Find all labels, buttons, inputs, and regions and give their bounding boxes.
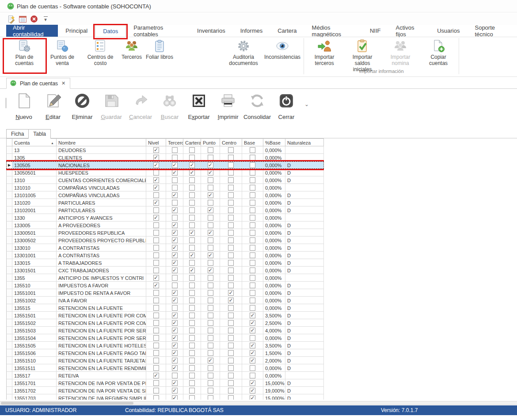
checkbox-unchecked-icon[interactable] bbox=[228, 215, 234, 221]
checkbox-checked-icon[interactable]: ✓ bbox=[208, 192, 213, 198]
ribbon-tab-usuarios[interactable]: Usuarios bbox=[430, 25, 467, 37]
qat-overflow-icon[interactable]: ▾ bbox=[41, 14, 50, 24]
checkbox-checked-icon[interactable]: ✓ bbox=[208, 252, 213, 258]
checkbox-unchecked-icon[interactable] bbox=[172, 305, 178, 311]
editar-button[interactable]: Editar bbox=[38, 92, 68, 120]
checkbox-unchecked-icon[interactable] bbox=[250, 192, 255, 198]
checkbox-unchecked-icon[interactable] bbox=[250, 260, 255, 266]
checkbox-unchecked-icon[interactable] bbox=[153, 320, 159, 326]
ribbon-tab-abrir-contabilidad[interactable]: Abrir contabilidad bbox=[6, 25, 58, 37]
checkbox-checked-icon[interactable]: ✓ bbox=[153, 275, 159, 281]
checkbox-unchecked-icon[interactable] bbox=[228, 155, 234, 160]
checkbox-unchecked-icon[interactable] bbox=[153, 328, 159, 333]
view-tab-ficha[interactable]: Ficha bbox=[6, 129, 29, 138]
checkbox-unchecked-icon[interactable] bbox=[228, 170, 234, 176]
table-row[interactable]: 13300501PROVEEDORES REPUBLICA✓✓✓0,000%D bbox=[6, 229, 324, 237]
checkbox-unchecked-icon[interactable] bbox=[228, 275, 234, 281]
checkbox-unchecked-icon[interactable] bbox=[228, 343, 234, 348]
table-row[interactable]: 13551511RETENCION EN LA FUENTE RENDIMIEN… bbox=[6, 364, 324, 372]
table-row[interactable]: 13551002IVA A FAVOR✓✓0,000%D bbox=[6, 297, 324, 304]
checkbox-unchecked-icon[interactable] bbox=[228, 237, 234, 243]
checkbox-unchecked-icon[interactable] bbox=[153, 335, 159, 341]
checkbox-unchecked-icon[interactable] bbox=[228, 320, 234, 326]
checkbox-unchecked-icon[interactable] bbox=[208, 373, 213, 378]
ribbon-button-importar-terceros[interactable]: Importar terceros bbox=[305, 38, 343, 66]
checkbox-checked-icon[interactable]: ✓ bbox=[250, 388, 255, 393]
checkbox-unchecked-icon[interactable] bbox=[189, 343, 195, 348]
checkbox-checked-icon[interactable]: ✓ bbox=[172, 343, 178, 348]
checkbox-unchecked-icon[interactable] bbox=[189, 275, 195, 281]
checkbox-checked-icon[interactable]: ✓ bbox=[250, 350, 255, 356]
checkbox-unchecked-icon[interactable] bbox=[153, 290, 159, 296]
ribbon-tab-activos-fijos[interactable]: Activos fijos bbox=[388, 25, 430, 37]
ribbon-button-centros-de-costo[interactable]: Centros de costo bbox=[81, 38, 119, 66]
calendar-icon[interactable] bbox=[18, 14, 27, 24]
checkbox-unchecked-icon[interactable] bbox=[228, 313, 234, 318]
table-row[interactable]: 13102001PARTICULARES✓✓0,000%D bbox=[6, 206, 324, 214]
checkbox-checked-icon[interactable]: ✓ bbox=[208, 207, 213, 213]
checkbox-unchecked-icon[interactable] bbox=[228, 222, 234, 228]
checkbox-unchecked-icon[interactable] bbox=[228, 230, 234, 236]
document-tab-plan-de-cuentas[interactable]: Plan de cuentas ✕ bbox=[6, 78, 70, 89]
checkbox-checked-icon[interactable]: ✓ bbox=[153, 147, 159, 153]
column-header-base[interactable]: %Base bbox=[263, 138, 285, 146]
checkbox-checked-icon[interactable]: ✓ bbox=[172, 230, 178, 236]
ribbon-button-auditoria-documentos[interactable]: Auditoría documentos bbox=[224, 38, 262, 66]
checkbox-unchecked-icon[interactable] bbox=[250, 252, 255, 258]
checkbox-unchecked-icon[interactable] bbox=[189, 380, 195, 386]
checkbox-unchecked-icon[interactable] bbox=[153, 245, 159, 251]
checkbox-unchecked-icon[interactable] bbox=[228, 328, 234, 333]
checkbox-unchecked-icon[interactable] bbox=[228, 335, 234, 341]
table-row[interactable]: 13301001A CONTRATISTAS✓✓✓0,000%D bbox=[6, 252, 324, 259]
checkbox-unchecked-icon[interactable] bbox=[189, 335, 195, 341]
checkbox-unchecked-icon[interactable] bbox=[153, 350, 159, 356]
checkbox-checked-icon[interactable]: ✓ bbox=[172, 207, 178, 213]
ribbon-button-copiar-cuentas[interactable]: Copiar cuentas bbox=[419, 38, 457, 66]
checkbox-unchecked-icon[interactable] bbox=[228, 177, 234, 183]
checkbox-unchecked-icon[interactable] bbox=[153, 313, 159, 318]
checkbox-unchecked-icon[interactable] bbox=[189, 313, 195, 318]
checkbox-unchecked-icon[interactable] bbox=[250, 200, 255, 206]
checkbox-unchecked-icon[interactable] bbox=[228, 260, 234, 266]
checkbox-unchecked-icon[interactable] bbox=[228, 350, 234, 356]
checkbox-checked-icon[interactable]: ✓ bbox=[172, 192, 178, 198]
table-row[interactable]: 13551505RETENCION EN LA FUENTE HOTELES Y… bbox=[6, 342, 324, 349]
table-row[interactable]: 133015A TRABAJADORES✓0,000%D bbox=[6, 259, 324, 267]
checkbox-checked-icon[interactable]: ✓ bbox=[250, 320, 255, 326]
checkbox-unchecked-icon[interactable] bbox=[208, 200, 213, 206]
checkbox-unchecked-icon[interactable] bbox=[153, 365, 159, 371]
checkbox-unchecked-icon[interactable] bbox=[228, 305, 234, 311]
checkbox-unchecked-icon[interactable] bbox=[228, 185, 234, 191]
checkbox-unchecked-icon[interactable] bbox=[189, 350, 195, 356]
checkbox-checked-icon[interactable]: ✓ bbox=[250, 358, 255, 363]
checkbox-checked-icon[interactable]: ✓ bbox=[153, 185, 159, 191]
checkbox-unchecked-icon[interactable] bbox=[189, 200, 195, 206]
checkbox-checked-icon[interactable]: ✓ bbox=[172, 252, 178, 258]
checkbox-unchecked-icon[interactable] bbox=[228, 267, 234, 273]
table-row[interactable]: 133010A CONTRATISTAS✓0,000%D bbox=[6, 244, 324, 252]
checkbox-checked-icon[interactable]: ✓ bbox=[228, 290, 234, 296]
checkbox-unchecked-icon[interactable] bbox=[208, 185, 213, 191]
checkbox-unchecked-icon[interactable] bbox=[208, 320, 213, 326]
table-row[interactable]: 133005A PROVEEDORES✓0,000%D bbox=[6, 221, 324, 229]
checkbox-checked-icon[interactable]: ✓ bbox=[172, 313, 178, 318]
checkbox-unchecked-icon[interactable] bbox=[189, 395, 195, 400]
checkbox-unchecked-icon[interactable] bbox=[208, 305, 213, 311]
checkbox-unchecked-icon[interactable] bbox=[153, 395, 159, 400]
view-tab-tabla[interactable]: Tabla bbox=[28, 129, 51, 139]
checkbox-unchecked-icon[interactable] bbox=[208, 177, 213, 183]
checkbox-unchecked-icon[interactable] bbox=[228, 252, 234, 258]
ribbon-button-terceros[interactable]: Terceros bbox=[119, 38, 144, 60]
table-row[interactable]: 13551506RETENCION EN LA FUENTE PAGO TARJ… bbox=[6, 349, 324, 357]
table-row[interactable]: 13551502RETENCION EN LA FUENTE POR COMPR… bbox=[6, 319, 324, 327]
table-row[interactable]: 131010COMPAÑIAS VINCULADAS✓0,000% bbox=[6, 184, 324, 191]
close-red-icon[interactable] bbox=[29, 14, 39, 24]
checkbox-unchecked-icon[interactable] bbox=[250, 237, 255, 243]
checkbox-checked-icon[interactable]: ✓ bbox=[250, 395, 255, 400]
checkbox-checked-icon[interactable]: ✓ bbox=[172, 328, 178, 333]
checkbox-unchecked-icon[interactable] bbox=[250, 185, 255, 191]
wizard-icon[interactable] bbox=[6, 14, 16, 24]
column-header-centro[interactable]: Centro bbox=[220, 138, 242, 146]
column-header-naturaleza[interactable]: Naturaleza bbox=[285, 138, 324, 146]
column-header-base[interactable]: Base bbox=[242, 138, 263, 146]
